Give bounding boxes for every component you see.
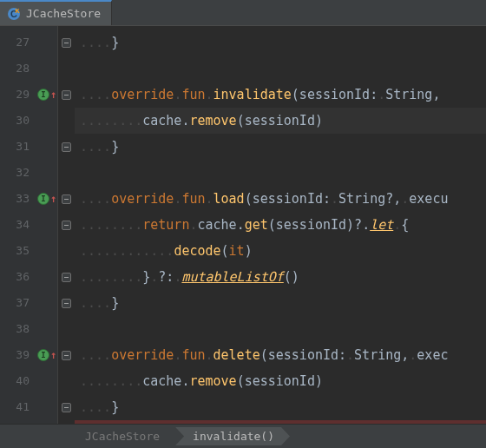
editor-tab[interactable]: C K JCacheStore	[0, 0, 112, 25]
fold-handle[interactable]	[58, 134, 75, 160]
fold-handle[interactable]	[58, 342, 75, 368]
fold-handle[interactable]	[58, 264, 75, 290]
tab-bar: C K JCacheStore	[0, 0, 486, 26]
code-line: ........}.?:.mutableListOf()	[75, 264, 486, 290]
code-line	[75, 160, 486, 186]
line-number: 36	[0, 264, 36, 290]
class-icon: C K	[7, 7, 21, 21]
line-number: 31	[0, 134, 36, 160]
override-marker[interactable]: I↑	[36, 82, 57, 108]
code-line: ....override.fun.invalidate(sessionId:.S…	[75, 82, 486, 108]
code-line: ....override.fun.load(sessionId:.String?…	[75, 186, 486, 212]
code-line: ....}	[75, 290, 486, 316]
code-line: ....override.fun.delete(sessionId:.Strin…	[75, 342, 486, 368]
override-marker[interactable]: I↑	[36, 342, 57, 368]
code-line: ....}	[75, 30, 486, 56]
override-marker[interactable]: I↑	[36, 186, 57, 212]
code-line	[75, 316, 486, 342]
tab-label: JCacheStore	[26, 7, 101, 20]
line-number: 39	[0, 342, 36, 368]
code-line: ........cache.remove(sessionId)	[75, 368, 486, 394]
line-number: 32	[0, 160, 36, 186]
line-number: 34	[0, 212, 36, 238]
code-line: ............decode(it)	[75, 238, 486, 264]
code-line-current: ........cache.remove(sessionId)	[75, 108, 486, 134]
breadcrumb-file[interactable]: JCacheStore	[75, 427, 175, 445]
line-number: 33	[0, 186, 36, 212]
line-number: 28	[0, 56, 36, 82]
line-number: 38	[0, 316, 36, 342]
breadcrumb-method[interactable]: invalidate()	[175, 427, 290, 445]
line-number: 37	[0, 290, 36, 316]
line-number: 27	[0, 30, 36, 56]
code-area[interactable]: ....} ....override.fun.invalidate(sessio…	[75, 26, 486, 424]
fold-handle[interactable]	[58, 30, 75, 56]
code-line: ........return.cache.get(sessionId)?.let…	[75, 212, 486, 238]
line-number: 29	[0, 82, 36, 108]
code-line	[75, 56, 486, 82]
breadcrumb-bar: JCacheStore invalidate()	[0, 424, 486, 448]
fold-handle[interactable]	[58, 186, 75, 212]
line-number-gutter[interactable]: 27 28 29 30 31 32 33 34 35 36 37 38 39 4…	[0, 26, 36, 424]
code-line: ....}	[75, 394, 486, 420]
line-number: 35	[0, 238, 36, 264]
fold-gutter	[57, 26, 75, 424]
error-stripe	[75, 420, 486, 424]
line-number: 41	[0, 394, 36, 420]
line-number: 40	[0, 368, 36, 394]
fold-handle[interactable]	[58, 290, 75, 316]
fold-handle[interactable]	[58, 82, 75, 108]
fold-handle[interactable]	[58, 212, 75, 238]
code-line: ....}	[75, 134, 486, 160]
fold-handle[interactable]	[58, 394, 75, 420]
line-number: 30	[0, 108, 36, 134]
svg-text:K: K	[15, 8, 19, 14]
gutter-markers: I↑ I↑ I↑	[36, 26, 57, 424]
editor: 27 28 29 30 31 32 33 34 35 36 37 38 39 4…	[0, 26, 486, 424]
